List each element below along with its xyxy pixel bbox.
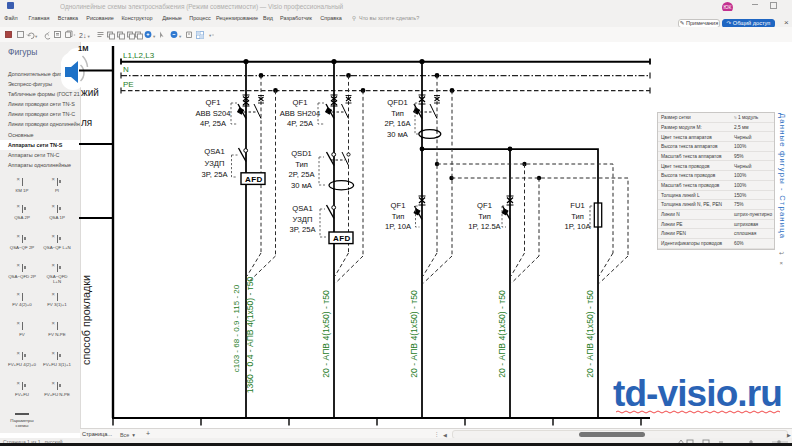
svg-text:QSD1: QSD1 [291,149,312,158]
svg-text:Тип: Тип [478,212,491,221]
svg-text:с103 - 68 - 0.9 - 115 - 20: с103 - 68 - 0.9 - 115 - 20 [232,284,241,372]
svg-text:30 мА: 30 мА [291,181,313,190]
svg-text:1P, 10А: 1P, 10А [564,222,591,231]
svg-text:PE: PE [123,80,134,89]
svg-text:Тип: Тип [571,212,584,221]
svg-text:ля: ля [81,117,92,128]
svg-text:20 - АПВ 4(1х50) - т50: 20 - АПВ 4(1х50) - т50 [321,290,331,378]
svg-text:AFD: AFD [333,234,351,243]
svg-text:способ прокладки: способ прокладки [80,275,92,365]
svg-text:УЗДП: УЗДП [293,215,313,224]
svg-text:4P, 25А: 4P, 25А [287,119,314,128]
svg-text:QFD1: QFD1 [387,98,407,107]
svg-text:QSA1: QSA1 [204,147,224,156]
svg-text:Тип: Тип [391,109,404,118]
svg-text:QSA1: QSA1 [292,204,312,213]
svg-text:1М: 1М [78,44,88,53]
svg-text:ABB SH204: ABB SH204 [280,109,321,118]
svg-text:УЗДП: УЗДП [205,159,225,168]
svg-text:1P, 10А: 1P, 10А [385,222,412,231]
svg-text:20 - АПВ 4(1х50) - т50: 20 - АПВ 4(1х50) - т50 [409,290,419,378]
svg-text:20 - АПВ 4(1х50) - т50: 20 - АПВ 4(1х50) - т50 [585,290,595,378]
svg-text:20 - АПВ 4(1х50) - т50: 20 - АПВ 4(1х50) - т50 [497,290,507,378]
svg-text:AFD: AFD [245,175,263,184]
svg-text:жий: жий [81,87,99,98]
svg-text:30 мА: 30 мА [387,130,409,139]
svg-text:FU1: FU1 [570,201,584,210]
svg-text:2P, 25А: 2P, 25А [288,170,315,179]
svg-text:3P, 25А: 3P, 25А [289,225,316,234]
svg-text:L1,L2,L3: L1,L2,L3 [123,51,155,60]
svg-text:Тип: Тип [392,212,405,221]
svg-text:Тип: Тип [295,160,308,169]
svg-text:N: N [123,65,129,74]
svg-text:4P, 25А: 4P, 25А [200,119,227,128]
svg-text:ABB S204: ABB S204 [195,109,230,118]
svg-text:QF1: QF1 [206,98,221,107]
svg-text:QF1: QF1 [293,98,308,107]
svg-text:1P, 12.5А: 1P, 12.5А [468,222,501,231]
svg-text:2P, 16А: 2P, 16А [384,119,411,128]
svg-text:3P, 25А: 3P, 25А [201,170,228,179]
svg-text:1360 - 0.4 - АПВ 4(1х50) - т50: 1360 - 0.4 - АПВ 4(1х50) - т50 [245,277,255,394]
svg-text:QF1: QF1 [391,201,406,210]
svg-text:QF1: QF1 [477,201,492,210]
